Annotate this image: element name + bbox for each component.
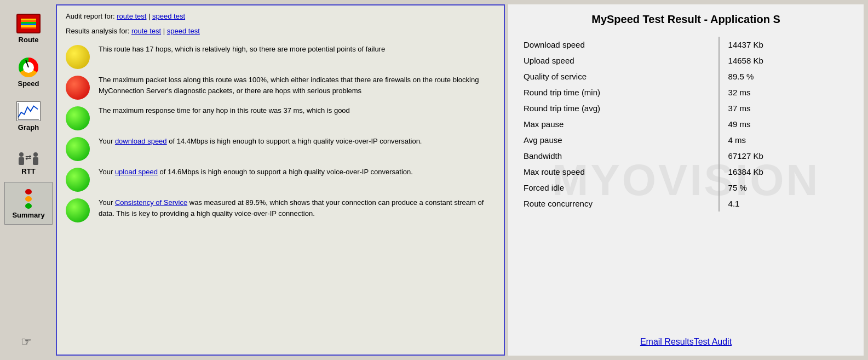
sidebar-item-summary[interactable]: Summary	[4, 182, 53, 225]
sidebar-item-summary-label: Summary	[12, 211, 44, 219]
download-speed-link[interactable]: download speed	[115, 137, 167, 145]
speed-icon-area	[15, 56, 42, 78]
sidebar-item-speed[interactable]: Speed	[4, 50, 53, 93]
stats-table: Download speed14437 KbUpload speed14658 …	[521, 37, 850, 212]
speed-icon	[19, 58, 38, 77]
stats-row-5: Max pause49 ms	[521, 116, 850, 132]
stat-label-2: Quality of service	[521, 68, 719, 84]
summary-row-5: Your Consistency of Service was measured…	[66, 197, 495, 222]
summary-text-1: The maximum packet loss along this route…	[99, 75, 495, 96]
center-panel: Audit report for: route test | speed tes…	[56, 4, 505, 356]
rtt-body-right	[33, 157, 38, 165]
summary-row-2: The maximum response time for any hop in…	[66, 105, 495, 130]
stat-value-6: 4 ms	[719, 132, 850, 148]
summary-row-0: This route has 17 hops, which is relativ…	[66, 44, 495, 69]
summary-row-3: Your download speed of 14.4Mbps is high …	[66, 136, 495, 161]
audit-route-test-link[interactable]: route test	[117, 12, 146, 20]
stat-value-10: 4.1	[719, 196, 850, 212]
stat-value-4: 37 ms	[719, 100, 850, 116]
rtt-head-left	[19, 152, 24, 157]
stat-value-8: 16384 Kb	[719, 164, 850, 180]
indicator-red	[66, 76, 90, 100]
rtt-arrow: ⇄	[25, 153, 32, 162]
stat-label-4: Round trip time (avg)	[521, 100, 719, 116]
stats-row-1: Upload speed14658 Kb	[521, 53, 850, 68]
sidebar-item-speed-label: Speed	[18, 79, 39, 88]
rtt-body-left	[19, 157, 24, 165]
indicator-yellow	[66, 45, 90, 69]
summary-row-4: Your upload speed of 14.6Mbps is high en…	[66, 167, 495, 192]
summary-dot-red	[25, 189, 32, 195]
summary-text-4: Your upload speed of 14.6Mbps is high en…	[99, 167, 495, 178]
summary-text-0: This route has 17 hops, which is relativ…	[99, 44, 495, 55]
results-header: Results analysis for: route test | speed…	[66, 27, 495, 35]
stats-row-0: Download speed14437 Kb	[521, 37, 850, 53]
graph-icon	[16, 101, 41, 121]
main-container: Route Speed	[0, 0, 868, 360]
stat-value-0: 14437 Kb	[719, 37, 850, 53]
sidebar-item-rtt[interactable]: ⇄ RTT	[4, 138, 53, 181]
stat-value-1: 14658 Kb	[719, 53, 850, 68]
right-panel: MYOVISION MySpeed Test Result - Applicat…	[508, 4, 864, 356]
sidebar-item-route-label: Route	[19, 36, 39, 44]
summary-row-1: The maximum packet loss along this route…	[66, 75, 495, 100]
indicator-green-0	[66, 106, 90, 130]
stat-label-0: Download speed	[521, 37, 719, 53]
stat-label-5: Max pause	[521, 116, 719, 132]
stat-label-7: Bandwidth	[521, 148, 719, 164]
results-label: Results analysis for:	[66, 27, 131, 35]
sidebar-item-graph-label: Graph	[18, 123, 39, 132]
indicator-green-2	[66, 168, 90, 192]
stat-value-5: 49 ms	[719, 116, 850, 132]
upload-speed-link[interactable]: upload speed	[115, 168, 158, 176]
email-results-link[interactable]: Email Results	[640, 337, 694, 346]
stats-row-7: Bandwidth67127 Kb	[521, 148, 850, 164]
audit-sep: |	[148, 12, 152, 20]
sidebar-item-route[interactable]: Route	[4, 7, 53, 49]
stat-value-9: 75 %	[719, 180, 850, 196]
stat-label-8: Max route speed	[521, 164, 719, 180]
results-sep: |	[163, 27, 167, 35]
stat-label-9: Forced idle	[521, 180, 719, 196]
summary-dot-orange	[25, 196, 32, 202]
summary-icon	[16, 189, 41, 209]
sidebar-item-graph[interactable]: Graph	[4, 94, 53, 137]
stat-label-10: Route concurrency	[521, 196, 719, 212]
indicator-green-1	[66, 137, 90, 161]
sidebar: Route Speed	[4, 4, 53, 356]
graph-svg	[17, 102, 40, 121]
sidebar-item-rtt-label: RTT	[21, 167, 35, 175]
test-audit-link[interactable]: Test Audit	[694, 337, 732, 346]
results-speed-test-link[interactable]: speed test	[167, 27, 200, 35]
route-icon	[16, 14, 41, 33]
stat-value-2: 89.5 %	[719, 68, 850, 84]
audit-label: Audit report for:	[66, 12, 115, 20]
summary-text-5: Your Consistency of Service was measured…	[99, 197, 495, 219]
summary-icon-area	[15, 188, 42, 210]
rtt-head-right	[33, 152, 38, 157]
indicator-green-3	[66, 198, 90, 222]
stat-label-3: Round trip time (min)	[521, 84, 719, 100]
stats-row-6: Avg pause4 ms	[521, 132, 850, 148]
stats-row-2: Quality of service89.5 %	[521, 68, 850, 84]
cursor-hand: ☞	[21, 335, 32, 349]
summary-text-3: Your download speed of 14.4Mbps is high …	[99, 136, 495, 147]
stat-value-3: 32 ms	[719, 84, 850, 100]
rtt-person-left	[19, 152, 24, 165]
stats-row-3: Round trip time (min)32 ms	[521, 84, 850, 100]
stat-label-1: Upload speed	[521, 53, 719, 68]
stats-row-4: Round trip time (avg)37 ms	[521, 100, 850, 116]
audit-header: Audit report for: route test | speed tes…	[66, 12, 495, 20]
right-title: MySpeed Test Result - Application S	[521, 13, 850, 26]
summary-dot-green	[25, 203, 32, 209]
graph-icon-area	[15, 100, 42, 122]
consistency-link[interactable]: Consistency of Service	[115, 198, 187, 207]
route-icon-area	[15, 13, 42, 35]
summary-text-2: The maximum response time for any hop in…	[99, 105, 495, 116]
stats-row-9: Forced idle75 %	[521, 180, 850, 196]
summary-items: This route has 17 hops, which is relativ…	[66, 44, 495, 348]
rtt-person-right	[33, 152, 38, 165]
results-route-test-link[interactable]: route test	[131, 27, 161, 35]
audit-speed-test-link[interactable]: speed test	[152, 12, 185, 20]
bottom-links: Email ResultsTest Audit	[521, 330, 850, 347]
